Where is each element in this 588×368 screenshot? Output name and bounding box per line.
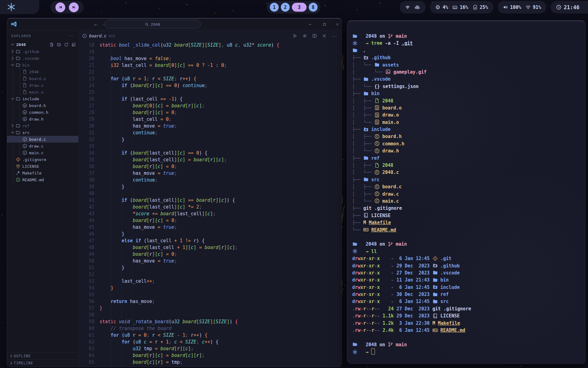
code-line-57[interactable]: 57}: [78, 305, 341, 312]
code-area[interactable]: 18static bool _slide_col(u32 board[SIZE]…: [78, 42, 341, 366]
explorer-item-2048[interactable]: 2048: [7, 68, 78, 75]
code-line-40[interactable]: 40: [78, 190, 341, 197]
code-line-39[interactable]: 39 }: [78, 183, 341, 190]
code-line-49[interactable]: 49 board[r][c] = 0;: [78, 251, 341, 258]
explorer-item-LICENSE[interactable]: LICENSE: [7, 163, 78, 170]
wifi-stat[interactable]: 91%: [526, 5, 541, 10]
code-line-45[interactable]: 45 has_move = true;: [78, 224, 341, 231]
explorer-more-button[interactable]: ···: [69, 33, 74, 38]
close-editor-button[interactable]: [322, 33, 327, 38]
code-line-54[interactable]: 54 }: [78, 285, 341, 291]
timeline-panel-header[interactable]: TIMELINE: [7, 359, 78, 366]
explorer-item-Makefile[interactable]: Makefile: [7, 170, 78, 176]
code-line-37[interactable]: 37 has_move = true;: [78, 170, 341, 177]
explorer-item-common.h[interactable]: common.h: [7, 109, 78, 116]
explorer-item-draw.h[interactable]: draw.h: [7, 116, 78, 122]
code-line-33[interactable]: 33: [78, 143, 341, 150]
code-line-60[interactable]: 60 // transpose the board: [78, 325, 341, 332]
cloud-icon[interactable]: [414, 4, 420, 10]
code-line-20[interactable]: 20 bool has_move = false;: [78, 55, 341, 62]
new-folder-button[interactable]: [57, 42, 61, 47]
workspace-1[interactable]: 1: [270, 3, 279, 12]
editor-more-button[interactable]: ···: [332, 33, 337, 39]
code-line-53[interactable]: 53 last_cell++;: [78, 278, 341, 285]
outline-panel-header[interactable]: OUTLINE: [7, 352, 78, 359]
code-line-50[interactable]: 50 has_move = true;: [78, 258, 341, 264]
code-line-56[interactable]: 56 return has_move;: [78, 298, 341, 305]
code-line-42[interactable]: 42 board[last_cell][c] *= 2;: [78, 204, 341, 210]
code-line-28[interactable]: 28 board[r][c] = 0;: [78, 109, 341, 116]
code-line-35[interactable]: 35 board[last_cell][c] = board[r][c];: [78, 156, 341, 163]
code-line-34[interactable]: 34 if (board[last_cell][c] == 0) {: [78, 150, 341, 156]
explorer-item-README.md[interactable]: README.md: [7, 176, 78, 183]
explorer-item-ref[interactable]: ref: [7, 122, 78, 129]
nav-back-button[interactable]: ←: [92, 21, 100, 28]
tab-board-c[interactable]: board.c src: [82, 33, 115, 38]
code-line-43[interactable]: 43 *score += board[last_cell][c];: [78, 210, 341, 217]
code-line-38[interactable]: 38 continue;: [78, 177, 341, 183]
terminal-window[interactable]: 2048 on main → tree -a -I .git .├── .git…: [347, 21, 586, 364]
run-file-button[interactable]: [292, 33, 297, 38]
code-line-18[interactable]: 18static bool _slide_col(u32 board[SIZE]…: [78, 42, 341, 48]
split-editor-button[interactable]: [312, 33, 317, 38]
code-line-44[interactable]: 44 board[r][c] = 0;: [78, 217, 341, 224]
explorer-root-folder[interactable]: 2048: [7, 41, 78, 48]
explorer-item-board.o[interactable]: board.o: [7, 75, 78, 82]
code-line-41[interactable]: 41 if (board[last_cell][c] == board[r][c…: [78, 197, 341, 204]
code-line-27[interactable]: 27 board[0][c] = board[r][c];: [78, 102, 341, 109]
vpn-signal-icon[interactable]: [405, 5, 410, 10]
explorer-item-draw.o[interactable]: draw.o: [7, 82, 78, 89]
workspace-8[interactable]: 8: [309, 3, 318, 12]
explorer-item-bin[interactable]: bin: [7, 62, 78, 68]
close-button[interactable]: [334, 21, 341, 28]
explorer-item-.github[interactable]: .github: [7, 48, 78, 55]
code-line-29[interactable]: 29 last_cell = 0;: [78, 116, 341, 123]
code-line-30[interactable]: 30 has_move = true;: [78, 123, 341, 129]
explorer-item-.gitignore[interactable]: .gitignore: [7, 156, 78, 163]
explorer-item-main.c[interactable]: main.c: [7, 149, 78, 156]
code-line-63[interactable]: 63 u32 tmp = board[r][c];: [78, 345, 341, 352]
code-line-47[interactable]: 47 else if (last_cell + 1 != r) {: [78, 237, 341, 244]
media-next-button[interactable]: [69, 2, 79, 12]
code-line-19[interactable]: 19: [78, 48, 341, 55]
code-line-59[interactable]: 59static void _rotate_board(u32 board[SI…: [78, 318, 341, 325]
code-line-32[interactable]: 32 }: [78, 136, 341, 143]
nix-logo-pill[interactable]: [0, 0, 39, 14]
code-line-46[interactable]: 46 }: [78, 231, 341, 237]
code-line-31[interactable]: 31 continue;: [78, 129, 341, 136]
code-line-55[interactable]: 55: [78, 291, 341, 298]
code-line-24[interactable]: 24 if (board[r][c] == 0) continue;: [78, 82, 341, 89]
workspace-3[interactable]: 3: [292, 3, 307, 12]
explorer-item-board.h[interactable]: board.h: [7, 102, 78, 109]
code-line-21[interactable]: 21 i32 last_cell = board[0][c] == 0 ? -1…: [78, 62, 341, 69]
code-line-23[interactable]: 23 for (u8 r = 1; r < SIZE; r++) {: [78, 75, 341, 82]
command-center-search[interactable]: 2048: [104, 20, 201, 29]
code-line-65[interactable]: 65 board[c][r] = tmp;: [78, 359, 341, 366]
code-line-48[interactable]: 48 board[last_cell + 1][c] = board[r][c]…: [78, 244, 341, 251]
code-line-22[interactable]: 22: [78, 69, 341, 75]
code-line-61[interactable]: 61 for (u8 r = 0; r < SIZE - 1; r++) {: [78, 332, 341, 339]
settings-gear-button[interactable]: [302, 33, 307, 38]
explorer-item-.vscode[interactable]: .vscode: [7, 55, 78, 62]
new-file-button[interactable]: [49, 42, 54, 47]
collapse-folders-button[interactable]: [71, 42, 76, 47]
code-line-62[interactable]: 62 for (u8 c = r + 1; c < SIZE; c++) {: [78, 339, 341, 345]
media-prev-button[interactable]: [55, 2, 65, 12]
code-line-51[interactable]: 51 }: [78, 264, 341, 271]
explorer-item-src[interactable]: src: [7, 129, 78, 136]
minimize-button[interactable]: [307, 21, 313, 28]
explorer-item-main.o[interactable]: main.o: [7, 89, 78, 95]
code-line-58[interactable]: 58: [78, 312, 341, 318]
code-line-36[interactable]: 36 board[r][c] = 0;: [78, 163, 341, 170]
maximize-button[interactable]: [321, 21, 328, 28]
refresh-explorer-button[interactable]: [64, 42, 69, 47]
explorer-title[interactable]: EXPLORER: [11, 34, 31, 38]
code-line-52[interactable]: 52: [78, 271, 341, 278]
explorer-item-board.c[interactable]: board.c: [7, 136, 78, 143]
code-line-25[interactable]: 25: [78, 89, 341, 96]
code-line-26[interactable]: 26 if (last_cell == -1) {: [78, 96, 341, 102]
workspace-2[interactable]: 2: [281, 3, 290, 12]
volume-stat[interactable]: 100%: [503, 5, 521, 10]
explorer-item-draw.c[interactable]: draw.c: [7, 143, 78, 149]
explorer-item-include[interactable]: include: [7, 95, 78, 102]
